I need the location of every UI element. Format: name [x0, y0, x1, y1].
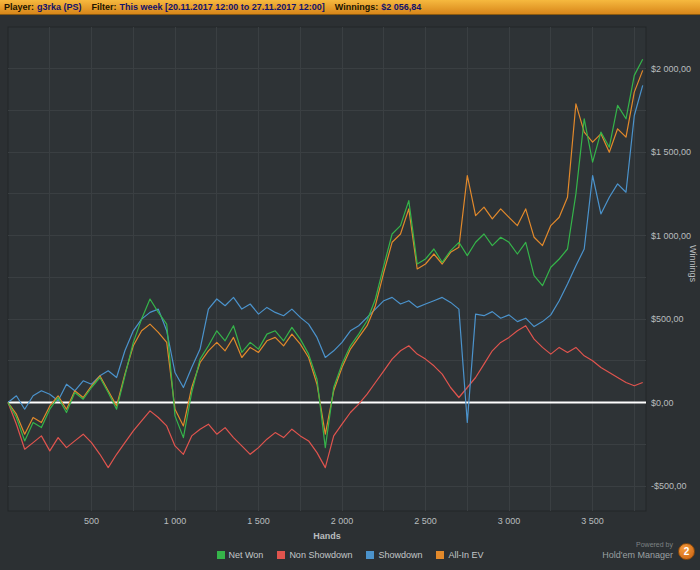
powered-by-text: Powered by [602, 541, 673, 550]
legend-label-non-showdown: Non Showdown [289, 550, 352, 560]
winnings-graph: 5001 0001 5002 0002 5003 0003 500$2 000,… [0, 15, 700, 535]
svg-text:3 000: 3 000 [498, 516, 521, 526]
svg-text:$1 500,00: $1 500,00 [651, 147, 691, 157]
svg-text:3 500: 3 500 [581, 516, 604, 526]
player-label: Player: [4, 2, 34, 12]
report-info-bar: Player: g3rka (PS) Filter: This week [20… [0, 0, 700, 15]
svg-text:$500,00: $500,00 [651, 314, 684, 324]
legend-label-all-in-ev: All-In EV [448, 550, 483, 560]
filter-label: Filter: [92, 2, 117, 12]
svg-text:$1 000,00: $1 000,00 [651, 231, 691, 241]
svg-text:-$500,00: -$500,00 [651, 481, 687, 491]
svg-text:1 000: 1 000 [164, 516, 187, 526]
legend-swatch-net-won [217, 551, 225, 559]
svg-text:2 000: 2 000 [331, 516, 354, 526]
legend-item-non-showdown: Non Showdown [277, 550, 352, 560]
holdem-manager-2-logo-icon: 2 [678, 543, 695, 560]
svg-text:500: 500 [84, 516, 99, 526]
svg-text:1 500: 1 500 [247, 516, 270, 526]
legend-item-net-won: Net Won [217, 550, 264, 560]
legend-item-showdown: Showdown [366, 550, 422, 560]
x-axis-title: Hands [0, 531, 654, 541]
winnings-label: Winnings: [335, 2, 378, 12]
svg-text:$0,00: $0,00 [651, 398, 674, 408]
y-tick-labels: $2 000,00$1 500,00$1 000,00$500,00$0,00-… [651, 64, 691, 491]
svg-text:$2 000,00: $2 000,00 [651, 64, 691, 74]
filter-value: This week [20.11.2017 12:00 to 27.11.201… [120, 2, 325, 12]
legend-swatch-showdown [366, 551, 374, 559]
legend-item-all-in-ev: All-In EV [436, 550, 483, 560]
y-axis-title: Winnings [688, 15, 698, 513]
legend-swatch-all-in-ev [436, 551, 444, 559]
legend-label-net-won: Net Won [229, 550, 264, 560]
winnings-value: $2 056,84 [381, 2, 421, 12]
graph-legend: Net WonNon ShowdownShowdownAll-In EV [0, 550, 700, 560]
legend-label-showdown: Showdown [378, 550, 422, 560]
powered-by-footer: Powered by Hold'em Manager 2 [602, 541, 695, 561]
x-tick-labels: 5001 0001 5002 0002 5003 0003 500 [84, 516, 604, 526]
brand-text: Hold'em Manager [602, 550, 673, 561]
legend-swatch-non-showdown [277, 551, 285, 559]
player-value: g3rka (PS) [37, 2, 82, 12]
holdem-manager-graph-window: Player: g3rka (PS) Filter: This week [20… [0, 0, 700, 570]
svg-text:2 500: 2 500 [414, 516, 437, 526]
